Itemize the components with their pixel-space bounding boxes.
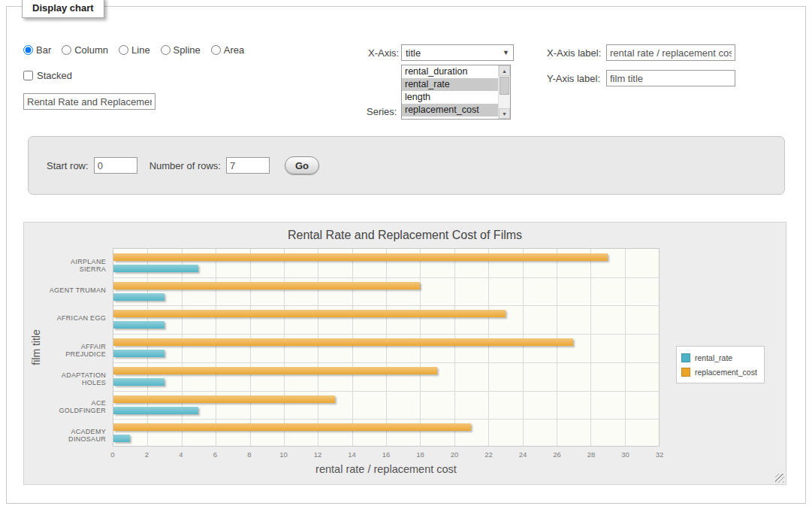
bar-replacement_cost <box>113 395 335 403</box>
plot-area <box>113 248 660 447</box>
gridline-horizontal <box>113 362 659 363</box>
gridline-horizontal <box>113 419 659 420</box>
gridline-vertical <box>386 249 387 446</box>
bar-rental_rate <box>113 435 130 442</box>
gridline-vertical <box>420 249 421 446</box>
bar-rental_rate <box>113 350 165 357</box>
chart-type-line[interactable]: Line <box>119 44 150 56</box>
category-label: AFRICAN EGG <box>45 314 106 322</box>
bar-rental_rate <box>113 407 198 414</box>
legend-swatch <box>681 353 690 362</box>
gridline-vertical <box>250 249 251 446</box>
x-tick-label: 2 <box>145 450 149 459</box>
x-tick-label: 30 <box>621 450 629 459</box>
x-axis-select-label: X-Axis: <box>368 47 399 59</box>
scrollbar-thumb[interactable] <box>500 77 509 95</box>
bar-replacement_cost <box>113 367 437 374</box>
x-tick-label: 18 <box>416 450 424 459</box>
x-tick-label: 8 <box>247 450 251 459</box>
stacked-checkbox[interactable] <box>23 71 33 80</box>
x-tick-label: 14 <box>348 450 356 459</box>
x-tick-label: 16 <box>382 450 391 459</box>
x-axis-label-label: X-Axis label: <box>547 47 601 59</box>
chart-type-radio-area[interactable] <box>211 45 221 55</box>
scrollbar-track[interactable] <box>499 76 510 108</box>
legend-item-replacement_cost: replacement_cost <box>681 365 757 379</box>
display-chart-panel: Display chart BarColumnLineSplineArea St… <box>6 6 806 504</box>
bar-replacement_cost <box>113 338 573 346</box>
chart-type-label: Area <box>224 44 244 56</box>
chart-y-axis-label: film title <box>26 248 47 447</box>
x-tick-label: 24 <box>519 450 527 459</box>
chart-title: Rental Rate and Replacement Cost of Film… <box>24 229 786 242</box>
x-tick-label: 28 <box>587 450 596 459</box>
gridline-vertical <box>216 249 216 446</box>
bar-replacement_cost <box>113 253 608 261</box>
gridline-vertical <box>590 249 591 446</box>
x-tick-label: 22 <box>484 450 493 459</box>
x-tick-label: 0 <box>110 450 114 459</box>
x-axis-label-input[interactable] <box>606 44 735 61</box>
series-listbox[interactable]: rental_durationrental_ratelengthreplacem… <box>401 65 511 120</box>
chart-area: Rental Rate and Replacement Cost of Film… <box>23 222 786 485</box>
row-range-panel: Start row: Number of rows: Go <box>28 136 785 195</box>
chart-type-radio-spline[interactable] <box>161 45 171 55</box>
gridline-vertical <box>147 249 148 446</box>
stacked-label: Stacked <box>37 70 72 81</box>
chart-type-radio-line[interactable] <box>119 45 128 55</box>
stacked-checkbox-row[interactable]: Stacked <box>23 70 72 81</box>
category-label: ACE GOLDFINGER <box>45 399 106 414</box>
gridline-vertical <box>182 249 183 446</box>
chart-type-spline[interactable]: Spline <box>161 44 201 56</box>
y-axis-label-input[interactable] <box>606 70 735 86</box>
x-tick-label: 20 <box>451 450 459 459</box>
series-option-rental_duration[interactable]: rental_duration <box>402 65 498 78</box>
series-option-rental_rate[interactable]: rental_rate <box>402 78 498 91</box>
start-row-input[interactable] <box>94 157 137 174</box>
x-axis-select[interactable]: title ▼ <box>401 44 514 61</box>
scroll-up-icon[interactable]: ▲ <box>499 65 510 76</box>
chart-type-column[interactable]: Column <box>62 44 108 56</box>
bar-rental_rate <box>113 293 165 301</box>
chart-title-input[interactable] <box>23 93 155 110</box>
chart-type-radio-bar[interactable] <box>23 45 33 55</box>
chart-type-bar[interactable]: Bar <box>23 44 51 56</box>
series-option-replacement_cost[interactable]: replacement_cost <box>402 104 498 117</box>
bar-rental_rate <box>113 265 198 272</box>
y-axis-label-text: film title <box>30 329 42 365</box>
y-axis-label-label: Y-Axis label: <box>547 73 600 84</box>
gridline-vertical <box>352 249 353 446</box>
chart-controls: BarColumnLineSplineArea Stacked X-Axis: … <box>7 7 805 138</box>
start-row-label: Start row: <box>47 160 89 171</box>
bar-rental_rate <box>113 321 165 329</box>
resize-handle[interactable] <box>775 474 784 483</box>
legend-label: replacement_cost <box>695 368 757 377</box>
chart-x-axis-label: rental rate / replacement cost <box>113 463 660 475</box>
legend-item-rental_rate: rental_rate <box>681 350 757 365</box>
category-label: ACADEMY DINOSAUR <box>45 428 106 443</box>
gridline-vertical <box>454 249 455 446</box>
num-rows-input[interactable] <box>226 157 270 174</box>
chart-type-label: Column <box>74 44 108 56</box>
chart-type-radio-group: BarColumnLineSplineArea <box>23 44 244 56</box>
num-rows-label: Number of rows: <box>149 160 221 171</box>
listbox-scrollbar[interactable]: ▲ ▼ <box>498 65 510 119</box>
series-option-length[interactable]: length <box>402 91 498 104</box>
x-tick-label: 6 <box>213 450 217 459</box>
gridline-horizontal <box>113 391 659 392</box>
chart-type-label: Bar <box>36 44 51 56</box>
chart-type-area[interactable]: Area <box>211 44 244 56</box>
go-button[interactable]: Go <box>285 156 319 174</box>
x-tick-label: 26 <box>553 450 561 459</box>
bar-rental_rate <box>113 378 165 386</box>
scroll-down-icon[interactable]: ▼ <box>499 108 510 119</box>
gridline-horizontal <box>113 277 659 278</box>
gridline-vertical <box>318 249 318 446</box>
chart-type-radio-column[interactable] <box>62 45 71 55</box>
gridline-vertical <box>625 249 626 446</box>
chart-type-label: Spline <box>174 44 201 56</box>
series-options: rental_durationrental_ratelengthreplacem… <box>402 65 498 119</box>
bar-replacement_cost <box>113 423 471 431</box>
bar-replacement_cost <box>113 310 506 317</box>
gridline-vertical <box>523 249 524 446</box>
